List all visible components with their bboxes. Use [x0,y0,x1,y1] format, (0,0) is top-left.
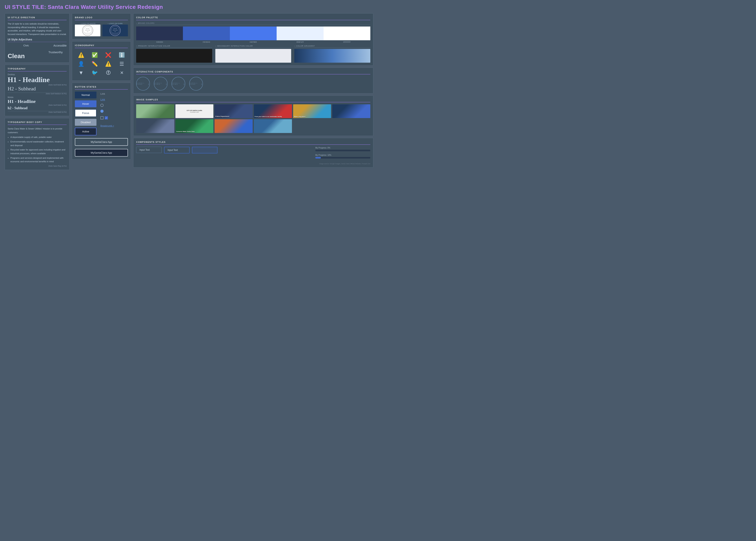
santa-clara-city-label: CITY OF SANTA CLARA [187,110,202,112]
founded-label: FOUNDED 1854 [187,112,202,113]
disabled-button: Disabled [75,119,97,126]
svg-text:SANTA CLARA: SANTA CLARA [85,30,90,31]
title-prefix: UI STYLE TILE: [5,4,46,10]
body-copy-note: (Noto Sans Reg 18 Px) [8,165,67,167]
radio-states [100,103,114,113]
checkbox-item[interactable]: ✓ [100,116,114,120]
scroll-icon-3[interactable]: SCROLL DOWN ↓ [172,77,185,91]
secondary-interaction-block: – SECONDARY INTERACTION COLOR [215,45,291,63]
content-grid: UI STYLE DIRECTION The UI style for a ci… [5,13,373,170]
warning-icon: ⚠️ [76,52,86,58]
link-hover[interactable]: Link [100,98,114,101]
user-icon: 👤 [76,61,86,67]
left-column: UI STYLE DIRECTION The UI style for a ci… [5,13,70,170]
adjectives-section: UI Style Adjectives Clean Civic Accessib… [8,38,67,60]
list-item: Recycled water for approved uses includi… [10,148,67,155]
interactive-components-section: INTERACTIVE COMPONENTS SCROLL DOWN ↓ SCR… [133,68,373,94]
gradient-block: – COLOR GRADIENT [294,45,371,63]
brand-logo-title: BRAND LOGO [75,16,128,20]
svg-text:CITY OF: CITY OF [113,28,117,29]
facebook-icon: ⓕ [103,70,114,76]
h2-note: (Noto Serif Medium 40 Px) [8,93,67,95]
radio-unselected[interactable] [100,104,114,107]
progress-bar-fill-2 [315,157,321,159]
swatch-dark-navy [136,27,183,40]
scroll-text-3: SCROLL DOWN [172,83,183,85]
page-title: UI STYLE TILE: Santa Clara Water Utility… [5,4,373,10]
input-text-normal[interactable] [136,147,162,153]
brand-logo-section: BRAND LOGO – LOGO ON WHITE CITY OF SANTA… [72,13,131,39]
input-text-active[interactable] [164,147,190,154]
link-normal[interactable]: Link [100,92,114,95]
swatch-white [324,27,371,40]
title-suffix: Santa Clara Water Utility Service Redesi… [46,4,163,10]
button-col-main: Normal Hover Focus Disabled Active [75,92,97,135]
body-copy-title: TYPOGRAPHY BODY COPY [8,121,67,125]
image-toilet-label: From your toilet to our wastewater facil… [255,116,291,117]
image-sunset [215,119,253,133]
scroll-text-1: SCROLL DOWN [137,83,148,85]
desktop-label: Desktop [8,74,67,76]
button-states-grid: Normal Hover Focus Disabled Active Link … [75,92,128,135]
menu-icon: ☰ [116,61,127,67]
scroll-icon-2[interactable]: SCROLL DOWN ↓ [154,77,168,91]
image-samples-section: IMAGE SAMPLES CITY OF SANTA CLARA FOUNDE… [133,96,373,136]
primary-interaction-title: – PRIMARY INTERACTION COLOR [136,45,212,48]
city-seal-dark: CITY OF SANTA CLARA 1852 [109,25,121,36]
body-copy-intro: Santa Clara Water & Sewer Utilities' mis… [8,128,62,134]
image-conserve: Conserve Water Santa Clara [176,119,214,133]
h1-note: (Noto Serif Bold 48 Px) [8,84,67,86]
breadcrumb-container: Breadcrumb > [100,124,114,127]
scroll-icon-4[interactable]: SCROLL DOWN ↓ [189,77,203,91]
logo-on-white: CITY OF SANTA CLARA 1852 [75,25,100,36]
scroll-arrow-4: ↓ [201,82,203,86]
image-samples-title: IMAGE SAMPLES [136,98,371,102]
component-styles-title: COMPONENTS STYLES [136,141,371,145]
twitter-icon: 🐦 [89,70,100,76]
hover-button[interactable]: Hover [75,100,97,107]
swatch-label-4: #EBF1FF [296,41,304,43]
input-text-blue[interactable] [192,147,218,154]
swatch-2: #3C60A0 [183,27,230,43]
breadcrumb-link[interactable]: Breadcrumb > [100,125,114,127]
mobile-label: Mobile [8,96,67,98]
radio-circle-empty[interactable] [100,104,104,107]
checkbox-checked[interactable]: ✓ [105,116,108,120]
logo-dark-label: – LOGO ON DARK [102,22,128,25]
secondary-color-swatch [215,49,291,63]
focus-button[interactable]: Focus [75,109,97,117]
radio-circle-filled[interactable] [100,110,104,113]
scroll-arrow-3: ↓ [183,82,185,86]
scroll-text-4: SCROLL DOWN [190,83,201,85]
scroll-arrow-2: ↓ [165,82,167,86]
typography-section: TYPOGRAPHY Desktop H1 - Headline (Noto S… [5,65,70,116]
check-icon: ✅ [89,52,100,58]
color-palette-section: COLOR PALETTE – BRAND COLORS #283353 #3C… [133,13,373,66]
swatch-label-5: #FFFFFF [343,41,351,43]
swatch-blue [183,27,230,40]
normal-button[interactable]: Normal [75,92,97,98]
adjective-trustworthy: Trustworthy [48,51,63,54]
radio-selected[interactable] [100,110,114,113]
h2-mobile-note: (Noto Serif Bold 24 Px) [8,111,67,113]
list-item: A dependable supply of safe, potable wat… [10,135,67,139]
app-button-dark[interactable]: MySantaClara App [75,149,128,157]
color-swatches: #283353 #3C60A0 #4878EE #EBF1FF [136,27,371,43]
image-pipes: Wipes clog pipes! [293,104,331,118]
primary-interaction-block: – PRIMARY INTERACTION COLOR [136,45,212,63]
scroll-icon-1[interactable]: SCROLL DOWN ↓ [136,77,150,91]
city-seal-white: CITY OF SANTA CLARA 1852 [82,25,94,36]
swatch-4: #EBF1FF [277,27,324,43]
checkbox-empty[interactable] [100,116,104,120]
progress-label-2: My Progress: 10% [315,154,371,156]
app-button-outline[interactable]: MySantaClara App [75,138,128,146]
progress-section: My Progress: 0% My Progress: 10% [315,147,371,161]
active-button[interactable]: Active [75,128,97,135]
image-conserve-label: Conserve Water Santa Clara [176,131,213,132]
body-copy-section: TYPOGRAPHY BODY COPY Santa Clara Water &… [5,118,70,170]
image-logo: CITY OF SANTA CLARA FOUNDED 1854 [176,104,214,118]
close-icon: ✕ [116,70,127,76]
logo-dark-container: – LOGO ON DARK CITY OF SANTA CLARA 1852 [102,22,128,36]
adjectives-title: UI Style Adjectives [8,38,67,42]
swatch-light-blue [277,27,324,40]
